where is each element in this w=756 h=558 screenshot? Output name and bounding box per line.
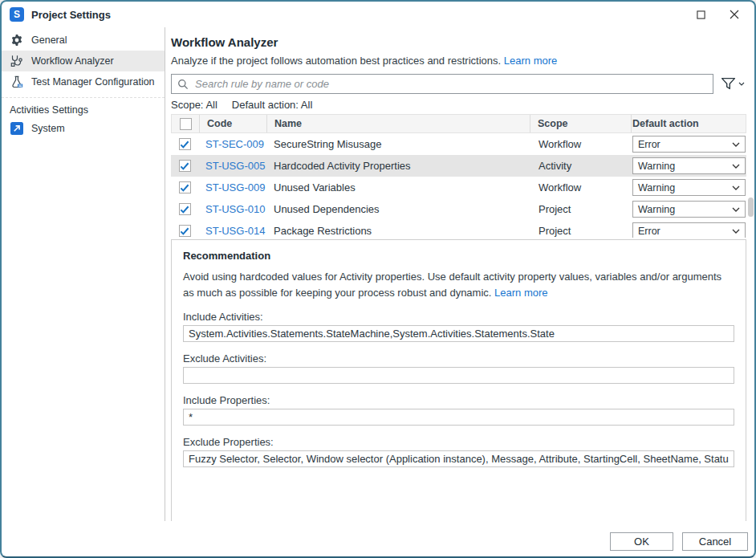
include-activities-input[interactable]	[183, 325, 734, 342]
exclude-activities-label: Exclude Activities:	[183, 352, 734, 365]
default-action-select[interactable]: Error	[632, 136, 746, 153]
table-row[interactable]: ST-USG-009 Unused Variables Workflow War…	[171, 177, 746, 198]
include-properties-field: Include Properties:	[183, 394, 734, 426]
learn-more-link[interactable]: Learn more	[494, 287, 547, 299]
include-properties-label: Include Properties:	[183, 394, 734, 406]
check-icon	[180, 141, 189, 149]
sidebar-item-label: General	[31, 35, 67, 46]
search-input[interactable]	[193, 77, 707, 91]
rule-code: ST-USG-005	[198, 160, 266, 172]
rule-name: Hardcoded Activity Properties	[266, 160, 530, 172]
table-row[interactable]: ST-USG-010 Unused Dependencies Project W…	[171, 198, 746, 220]
settings-sidebar: General Workflow Analyzer	[2, 27, 165, 521]
sidebar-item-general[interactable]: General	[2, 30, 165, 51]
window-controls	[684, 2, 751, 27]
rule-checkbox[interactable]	[179, 160, 191, 172]
check-icon	[180, 162, 189, 170]
column-header-code[interactable]: Code	[199, 115, 266, 132]
system-icon	[10, 122, 24, 135]
include-properties-input[interactable]	[183, 409, 734, 426]
scrollbar-thumb[interactable]	[748, 198, 754, 217]
search-icon	[177, 79, 189, 90]
table-row[interactable]: ST-SEC-009 SecureString Misusage Workflo…	[171, 133, 746, 155]
column-header-name[interactable]: Name	[266, 115, 530, 132]
close-icon	[730, 10, 739, 19]
rule-name: Package Restrictions	[266, 225, 530, 237]
chevron-down-icon	[732, 142, 740, 147]
sidebar-item-label: System	[31, 123, 65, 134]
sidebar-item-label: Workflow Analyzer	[31, 55, 114, 67]
uipath-studio-icon: S	[10, 7, 24, 22]
maximize-button[interactable]	[684, 2, 717, 27]
panel-description: Analyze if the project follows automatio…	[171, 55, 746, 67]
include-activities-label: Include Activities:	[183, 311, 734, 323]
chevron-down-icon	[732, 207, 740, 212]
rule-code: ST-USG-009	[198, 181, 266, 193]
default-action-select[interactable]: Warning	[632, 157, 746, 174]
column-header-default-action[interactable]: Default action	[631, 115, 746, 132]
window-title: Project Settings	[31, 9, 111, 21]
rule-search-box	[171, 74, 713, 94]
cancel-button[interactable]: Cancel	[682, 532, 748, 551]
workflow-analyzer-icon	[10, 55, 24, 67]
gear-icon	[10, 34, 24, 47]
recommendation-title: Recommendation	[183, 250, 734, 262]
rule-checkbox[interactable]	[179, 203, 191, 215]
rule-checkbox[interactable]	[179, 225, 191, 237]
chevron-down-icon	[738, 82, 745, 86]
default-action-select[interactable]: Warning	[632, 179, 746, 196]
titlebar: S Project Settings	[2, 2, 754, 27]
rule-scope: Project	[530, 203, 632, 215]
include-activities-field: Include Activities:	[183, 311, 734, 342]
rule-code: ST-USG-014	[198, 225, 266, 237]
sidebar-section-activities-settings[interactable]: Activities Settings	[2, 97, 165, 118]
column-header-scope[interactable]: Scope	[530, 115, 631, 132]
filter-icon	[721, 77, 736, 91]
learn-more-link[interactable]: Learn more	[504, 55, 557, 67]
rule-checkbox[interactable]	[179, 138, 191, 150]
exclude-activities-field: Exclude Activities:	[183, 352, 734, 384]
rule-checkbox[interactable]	[179, 181, 191, 193]
select-all-cell	[172, 115, 199, 132]
check-icon	[180, 206, 189, 214]
recommendation-body: Avoid using hardcoded values for Activit…	[183, 269, 734, 300]
filter-summary: Scope: All Default action: All	[171, 99, 746, 111]
ok-button[interactable]: OK	[610, 532, 673, 551]
table-header: Code Name Scope Default action	[171, 114, 746, 133]
rule-name: Unused Dependencies	[266, 203, 530, 215]
sidebar-item-test-manager-configuration[interactable]: Test Manager Configuration	[2, 71, 165, 92]
rule-name: SecureString Misusage	[266, 138, 530, 150]
page-title: Workflow Analyzer	[171, 35, 746, 49]
exclude-properties-field: Exclude Properties:	[183, 436, 734, 467]
rule-scope: Workflow	[530, 181, 632, 193]
dialog-footer: OK Cancel	[610, 532, 748, 551]
close-button[interactable]	[717, 2, 751, 27]
rule-scope: Project	[530, 225, 632, 237]
rule-scope: Activity	[530, 160, 632, 172]
recommendation-panel: Recommendation Avoid using hardcoded val…	[171, 239, 746, 521]
sidebar-item-system[interactable]: System	[2, 118, 165, 139]
scope-filter[interactable]: Scope: All	[171, 99, 217, 111]
sidebar-item-workflow-analyzer[interactable]: Workflow Analyzer	[2, 51, 165, 71]
sidebar-item-label: Test Manager Configuration	[31, 76, 155, 88]
default-action-select[interactable]: Error	[632, 222, 746, 238]
chevron-down-icon	[732, 185, 740, 190]
filter-button[interactable]	[721, 77, 746, 91]
chevron-down-icon	[732, 164, 740, 169]
rule-code: ST-SEC-009	[198, 138, 266, 150]
chevron-down-icon	[732, 229, 740, 234]
default-action-select[interactable]: Warning	[632, 201, 746, 218]
test-manager-icon	[10, 75, 24, 88]
project-settings-dialog: S Project Settings General	[0, 0, 756, 558]
default-action-filter[interactable]: Default action: All	[232, 99, 312, 111]
exclude-properties-input[interactable]	[183, 450, 734, 467]
check-icon	[180, 227, 189, 235]
select-all-checkbox[interactable]	[180, 118, 192, 130]
check-icon	[180, 184, 189, 192]
maximize-icon	[697, 10, 705, 19]
table-row[interactable]: ST-USG-014 Package Restrictions Project …	[171, 220, 746, 238]
exclude-activities-input[interactable]	[183, 367, 734, 384]
exclude-properties-label: Exclude Properties:	[183, 436, 734, 448]
table-row[interactable]: ST-USG-005 Hardcoded Activity Properties…	[171, 155, 746, 177]
workflow-analyzer-panel: Workflow Analyzer Analyze if the project…	[165, 27, 754, 521]
